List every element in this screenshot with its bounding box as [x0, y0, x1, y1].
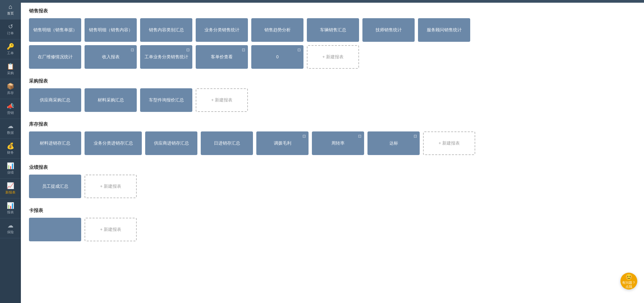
card-turnover-rate[interactable]: ⊡ 周转率: [312, 131, 364, 155]
sidebar-item-label: 首页: [7, 11, 14, 16]
reports-icon: 📊: [7, 202, 14, 209]
card-reach-standard[interactable]: ⊡ 达标: [367, 131, 420, 155]
sidebar-item-workorders[interactable]: 🔑 工单: [0, 39, 21, 59]
edit-icon: ⊡: [186, 47, 190, 53]
edit-icon: ⊡: [297, 47, 301, 53]
card-vehicle-sales-summary[interactable]: 车辆销售汇总: [307, 18, 359, 42]
sidebar: ⌂ 首页 ↺ 订单 🔑 工单 📋 采购 📦 库存 📣 营销 ☁ 数据 💰 财务 …: [0, 0, 21, 303]
card-advisor-sales-stats[interactable]: 服务顾问销售统计: [418, 18, 470, 42]
sidebar-item-reports[interactable]: 📊 报表: [0, 199, 21, 218]
sidebar-item-performance[interactable]: 📊 业绩: [0, 159, 21, 179]
card-sales-custom-0[interactable]: ⊡ 0: [251, 45, 303, 69]
card-material-inventory-summary[interactable]: 材料进销存汇总: [29, 131, 81, 155]
sales-row-2: 在厂维修情况统计 ⊡ 收入报表 ⊡ 工单业务分类销售统计 ⊡ 客单价查看 ⊡ 0: [29, 45, 636, 69]
edit-icon: ⊡: [414, 133, 417, 139]
sidebar-item-finance[interactable]: 💰 财务: [0, 139, 21, 159]
marketing-icon: 📣: [7, 102, 14, 110]
card-business-category-inventory[interactable]: 业务分类进销存汇总: [85, 131, 142, 155]
main-content: 销售报表 销售明细（销售单据） 销售明细（销售内容） 销售内容类别汇总 业务分类…: [21, 0, 644, 303]
finance-icon: 💰: [7, 142, 14, 150]
card-employee-commission-summary[interactable]: 员工提成汇总: [29, 175, 81, 198]
sidebar-item-label: 订单: [7, 31, 14, 36]
sales-section: 销售报表 销售明细（销售单据） 销售明细（销售内容） 销售内容类别汇总 业务分类…: [29, 8, 636, 69]
sidebar-item-label: 采购: [7, 71, 14, 75]
sidebar-item-data[interactable]: ☁ 数据: [0, 119, 21, 139]
card-performance-new[interactable]: + 新建报表: [85, 175, 137, 198]
edit-icon: ⊡: [242, 47, 245, 53]
edit-icon: ⊡: [358, 133, 361, 139]
purchase-section-title: 采购报表: [29, 78, 636, 84]
cloud-icon: ☁: [7, 122, 13, 130]
orders-icon: ↺: [8, 23, 13, 30]
card-business-category-stats[interactable]: 业务分类销售统计: [196, 18, 248, 42]
card-sales-trend-analysis[interactable]: 销售趋势分析: [251, 18, 303, 42]
edit-icon: ⊡: [131, 47, 134, 53]
purchase-row: 供应商采购汇总 材料采购汇总 车型件询报价汇总 + 新建报表: [29, 88, 636, 112]
sidebar-item-inventory[interactable]: 📦 库存: [0, 79, 21, 99]
help-line2: 点我: [625, 285, 632, 289]
card-income-report[interactable]: ⊡ 收入报表: [85, 45, 137, 69]
insurance-icon: ☁: [7, 222, 13, 229]
sidebar-item-purchase[interactable]: 📋 采购: [0, 59, 21, 79]
card-vehicle-part-inquiry[interactable]: 车型件询报价汇总: [140, 88, 192, 112]
help-icon: 😊: [625, 273, 633, 281]
card-reports-section: 卡报表 + 新建报表: [29, 208, 636, 241]
sidebar-item-new-reports[interactable]: 📈 新报表: [0, 179, 21, 199]
card-sales-content-summary[interactable]: 销售内容类别汇总: [140, 18, 192, 42]
sidebar-item-label: 财务: [7, 150, 14, 155]
performance-section-title: 业绩报表: [29, 164, 636, 171]
sidebar-item-label: 工单: [7, 51, 14, 56]
card-technician-sales-stats[interactable]: 技师销售统计: [362, 18, 415, 42]
card-inventory-new[interactable]: + 新建报表: [423, 131, 475, 155]
key-icon: 🔑: [7, 43, 14, 50]
sidebar-item-marketing[interactable]: 📣 营销: [0, 99, 21, 119]
performance-row: 员工提成汇总 + 新建报表: [29, 175, 636, 198]
sidebar-item-label: 营销: [7, 111, 14, 115]
sales-section-title: 销售报表: [29, 8, 636, 14]
help-line1: 有问题？: [622, 281, 636, 285]
sidebar-item-orders[interactable]: ↺ 订单: [0, 20, 21, 39]
card-daily-inventory-summary[interactable]: 日进销存汇总: [201, 131, 253, 155]
card-sales-detail-content[interactable]: 销售明细（销售内容）: [85, 18, 137, 42]
card-reports-row: + 新建报表: [29, 218, 636, 241]
inventory-section-title: 库存报表: [29, 121, 636, 127]
inventory-icon: 📦: [7, 83, 14, 90]
home-icon: ⌂: [9, 3, 12, 10]
performance-icon: 📊: [7, 162, 14, 170]
edit-icon: ⊡: [302, 133, 306, 139]
card-sales-detail-single[interactable]: 销售明细（销售单据）: [29, 18, 81, 42]
content-area: 销售报表 销售明细（销售单据） 销售明细（销售内容） 销售内容类别汇总 业务分类…: [21, 3, 644, 303]
new-reports-icon: 📈: [7, 182, 14, 189]
top-bar: [21, 0, 644, 3]
card-card-new[interactable]: + 新建报表: [85, 218, 137, 241]
card-sales-new[interactable]: + 新建报表: [307, 45, 359, 69]
card-customer-unit-price[interactable]: ⊡ 客单价查看: [196, 45, 248, 69]
inventory-row: 材料进销存汇总 业务分类进销存汇总 供应商进销存汇总 日进销存汇总 ⊡ 调拨毛利…: [29, 131, 636, 155]
purchase-icon: 📋: [7, 63, 14, 70]
purchase-section: 采购报表 供应商采购汇总 材料采购汇总 车型件询报价汇总 + 新建报表: [29, 78, 636, 112]
sidebar-item-label: 数据: [7, 130, 14, 135]
sidebar-item-label: 新报表: [5, 190, 15, 195]
performance-section: 业绩报表 员工提成汇总 + 新建报表: [29, 164, 636, 198]
sidebar-item-home[interactable]: ⌂ 首页: [0, 0, 21, 20]
card-in-shop-repair-stats[interactable]: 在厂维修情况统计: [29, 45, 81, 69]
sidebar-item-label: 保险: [7, 230, 14, 235]
sidebar-item-insurance[interactable]: ☁ 保险: [0, 218, 21, 238]
sales-row-1: 销售明细（销售单据） 销售明细（销售内容） 销售内容类别汇总 业务分类销售统计 …: [29, 18, 636, 42]
card-work-business-category-sales[interactable]: ⊡ 工单业务分类销售统计: [140, 45, 192, 69]
card-material-purchase-summary[interactable]: 材料采购汇总: [85, 88, 137, 112]
sidebar-item-label: 业绩: [7, 170, 14, 175]
help-button[interactable]: 😊 有问题？ 点我: [620, 273, 637, 290]
card-gross-margin[interactable]: ⊡ 调拨毛利: [256, 131, 309, 155]
card-supplier-inventory-summary[interactable]: 供应商进销存汇总: [145, 131, 197, 155]
sidebar-item-label: 报表: [7, 210, 14, 215]
card-reports-section-title: 卡报表: [29, 208, 636, 214]
card-report-item[interactable]: [29, 218, 81, 241]
card-purchase-new[interactable]: + 新建报表: [196, 88, 248, 112]
card-supplier-purchase-summary[interactable]: 供应商采购汇总: [29, 88, 81, 112]
sidebar-item-label: 库存: [7, 91, 14, 95]
inventory-section: 库存报表 材料进销存汇总 业务分类进销存汇总 供应商进销存汇总 日进销存汇总 ⊡…: [29, 121, 636, 155]
